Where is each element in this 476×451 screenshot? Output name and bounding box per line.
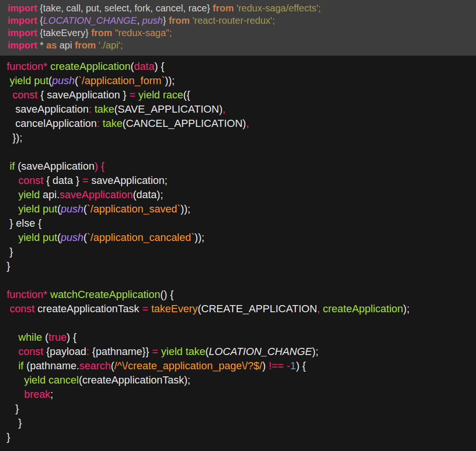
code-token: {take, call, put, select, fork, cancel, … xyxy=(37,3,213,13)
code-token: if xyxy=(10,160,15,172)
code-token: {pathname}} xyxy=(89,345,152,357)
code-token: ( xyxy=(83,231,87,243)
code-token: './api'; xyxy=(98,40,123,50)
code-token: }); xyxy=(7,132,22,144)
code-line: const {payload: {pathname}} = yield take… xyxy=(7,345,473,359)
code-token: while xyxy=(18,331,42,343)
code-line: import {LOCATION_CHANGE, push} from 'rea… xyxy=(8,14,472,27)
code-token: `/application_saved` xyxy=(87,203,181,215)
code-token: const xyxy=(18,174,43,186)
code-token xyxy=(7,89,12,101)
code-line: while (true) { xyxy=(7,330,473,345)
code-token xyxy=(7,174,18,186)
code-token: takeEvery xyxy=(151,303,198,315)
code-token: put xyxy=(43,203,58,215)
code-token: (pathname. xyxy=(23,360,79,372)
code-token: } xyxy=(7,403,19,414)
code-token: (data); xyxy=(133,189,163,201)
code-line: } xyxy=(7,245,473,259)
code-line: saveApplication: take(SAVE_APPLICATION), xyxy=(7,102,473,116)
code-line: import * as api from './api'; xyxy=(8,39,472,51)
code-token: createApplicationTask xyxy=(35,303,142,315)
code-token: } else { xyxy=(7,217,41,229)
code-token: , xyxy=(223,103,225,115)
code-token: ( xyxy=(83,203,87,215)
code-token: true xyxy=(49,331,67,343)
code-line: if (saveApplication) { xyxy=(7,159,473,173)
code-token xyxy=(7,388,24,400)
code-token: ( xyxy=(131,60,134,72)
code-token: ({ xyxy=(183,89,190,101)
code-line: if (pathname.search(/^\/create_applicati… xyxy=(7,359,473,373)
code-token: "redux-saga"; xyxy=(115,28,172,38)
code-token: , xyxy=(246,117,249,129)
code-token: - xyxy=(284,360,290,372)
code-token: = xyxy=(82,174,88,186)
code-token: saveApplication xyxy=(59,189,133,201)
code-token: watchCreateApplication xyxy=(50,288,160,300)
code-token: data xyxy=(134,60,155,72)
code-token: ( xyxy=(57,203,60,215)
code-line: yield put(push(`/application_saved`)); xyxy=(7,202,473,216)
code-token: import xyxy=(8,40,37,50)
code-token: !== xyxy=(266,360,284,372)
code-token: * xyxy=(37,40,46,50)
code-token xyxy=(7,231,18,243)
code-token: from xyxy=(91,28,112,38)
code-token: take xyxy=(95,103,115,115)
code-line: } xyxy=(7,402,473,416)
code-token: yield xyxy=(18,231,39,243)
code-token: {takeEvery} xyxy=(37,28,91,38)
code-token: saveApplication xyxy=(21,160,95,172)
code-line: } else { xyxy=(7,216,473,230)
code-token: { data } xyxy=(43,174,82,186)
code-line xyxy=(7,273,473,288)
code-token: cancelApplication xyxy=(7,117,97,129)
code-line: break; xyxy=(7,387,473,402)
code-token: put xyxy=(34,75,49,86)
code-token: (createApplicationTask); xyxy=(79,374,191,386)
code-token: , xyxy=(137,15,142,26)
code-token: yield xyxy=(18,189,39,201)
code-token: break xyxy=(24,388,50,400)
code-token: yield xyxy=(161,345,183,357)
code-token: /^\/create_application_page\/?$/ xyxy=(114,360,262,372)
code-token: ( xyxy=(205,345,209,357)
code-token: push xyxy=(142,15,163,26)
code-token xyxy=(7,331,18,343)
code-line: yield put(push(`/application_form`)); xyxy=(7,74,473,88)
code-line: cancelApplication: take(CANCEL_APPLICATI… xyxy=(7,116,473,131)
code-token: (CREATE_APPLICATION xyxy=(198,303,317,315)
code-token: } xyxy=(7,417,22,429)
code-body: function* createApplication(data) { yiel… xyxy=(0,56,476,451)
code-token: (CANCEL_APPLICATION) xyxy=(122,117,246,129)
code-editor[interactable]: import {take, call, put, select, fork, c… xyxy=(0,0,476,451)
code-line: import {take, call, put, select, fork, c… xyxy=(8,2,472,14)
code-token: () { xyxy=(160,288,174,300)
code-line: } xyxy=(7,259,473,273)
code-token: ); xyxy=(312,345,318,357)
code-token: yield xyxy=(10,75,31,86)
code-token: ) { xyxy=(296,360,306,372)
code-token: )); xyxy=(194,231,204,243)
code-token: saveApplication; xyxy=(88,174,167,186)
code-token: put xyxy=(43,231,58,243)
code-token: push xyxy=(52,75,75,86)
code-line xyxy=(7,145,473,159)
code-token: = xyxy=(142,303,148,315)
code-token: } xyxy=(7,431,10,443)
code-token: if xyxy=(18,360,23,372)
code-token: 'react-router-redux'; xyxy=(193,15,275,26)
code-token: race xyxy=(163,89,183,101)
code-token: import xyxy=(8,15,37,26)
code-line: import {takeEvery} from "redux-saga"; xyxy=(8,27,472,39)
code-token: saveApplication xyxy=(7,103,88,115)
code-token: createApplication xyxy=(50,60,131,72)
code-line: const { saveApplication } = yield race({ xyxy=(7,88,473,102)
code-token xyxy=(7,360,18,372)
code-line: yield api.saveApplication(data); xyxy=(7,188,473,202)
code-token: take xyxy=(185,345,205,357)
code-token: ( xyxy=(57,231,60,243)
code-token: {payload xyxy=(43,345,87,357)
code-line: yield cancel(createApplicationTask); xyxy=(7,373,473,387)
